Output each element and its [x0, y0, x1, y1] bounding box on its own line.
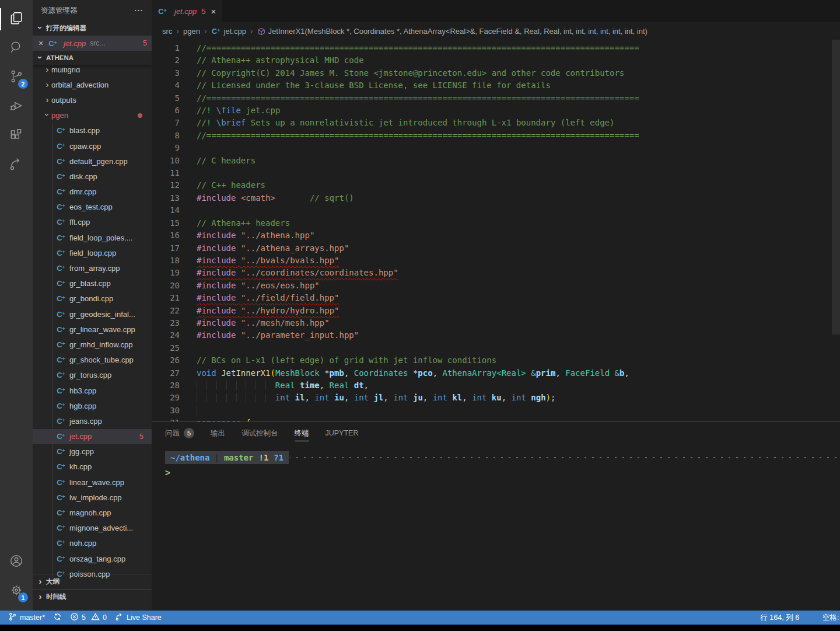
outline-section-header[interactable]: › 大纲 [33, 574, 152, 589]
line-number: 13 [152, 192, 180, 204]
prompt-separator: | [209, 453, 223, 462]
line-number: 8 [152, 130, 180, 142]
tree-item-label: lw_implode.cpp [69, 493, 122, 502]
tree-item-gr_geodesic_infal...[interactable]: C+gr_geodesic_infal... [33, 306, 152, 322]
tree-item-eos_test.cpp[interactable]: C+eos_test.cpp [33, 200, 152, 215]
code-line: 19#include "../coordinates/coordinates.h… [152, 267, 840, 279]
search-icon [9, 40, 24, 57]
tree-item-gr_blast.cpp[interactable]: C+gr_blast.cpp [33, 276, 152, 291]
statusbar-problems[interactable]: 5 0 [70, 611, 107, 625]
breadcrumb-src[interactable]: src [162, 27, 172, 36]
activity-extensions[interactable] [0, 121, 33, 151]
activity-explorer[interactable] [0, 5, 33, 34]
tree-item-label: default_pgen.cpp [69, 157, 128, 166]
code-line: 28 Real time, Real dt, [152, 379, 840, 392]
cpp-file-icon: C+ [56, 279, 66, 288]
code-line: 12// C++ headers [152, 179, 840, 191]
panel-tab-调试控制台[interactable]: 调试控制台 [242, 422, 278, 444]
tree-item-lw_implode.cpp[interactable]: C+lw_implode.cpp [33, 490, 152, 505]
tree-item-gr_torus.cpp[interactable]: C+gr_torus.cpp [33, 368, 152, 383]
activity-search[interactable] [0, 34, 33, 63]
tree-item-fft.cpp[interactable]: C+fft.cpp [33, 215, 152, 230]
tree-item-field_loop_poles....[interactable]: C+field_loop_poles.... [33, 230, 152, 245]
line-number: 26 [152, 354, 180, 367]
activity-source-control[interactable]: 2 [0, 63, 33, 92]
tree-item-gr_linear_wave.cpp[interactable]: C+gr_linear_wave.cpp [33, 322, 152, 337]
terminal[interactable]: ~/athena | master !1 ?1 > [152, 444, 840, 478]
chevron-down-icon: › [36, 24, 45, 32]
open-editor-item[interactable]: × C+ jet.cpp src... 5 [33, 36, 152, 51]
tree-item-label: jgg.cpp [69, 447, 94, 456]
chevron-right-icon: › [43, 95, 51, 104]
prompt-chip: ~/athena | master !1 ?1 [165, 451, 289, 464]
tree-item-gr_mhd_inflow.cpp[interactable]: C+gr_mhd_inflow.cpp [33, 337, 152, 352]
line-number: 12 [152, 179, 180, 191]
timeline-section-header[interactable]: › 时间线 [33, 589, 152, 604]
panel-tab-输出[interactable]: 输出 [211, 422, 225, 444]
statusbar-live-share[interactable]: Live Share [115, 611, 162, 625]
tree-item-outputs[interactable]: ›outputs [33, 92, 152, 107]
close-icon[interactable]: × [38, 39, 48, 48]
tree-item-multigrid[interactable]: ›multigrid [33, 68, 152, 77]
problem-count-badge: 5 [139, 433, 144, 441]
cpp-file-icon: C+ [56, 310, 66, 319]
close-icon[interactable]: × [211, 6, 216, 16]
statusbar-branch[interactable]: master* [8, 611, 45, 625]
sidebar-bottom-sections: › 大纲 › 时间线 [33, 574, 152, 604]
activity-live-share[interactable] [0, 151, 33, 180]
open-editors-header[interactable]: › 打开的编辑器 [33, 21, 152, 36]
tree-item-dmr.cpp[interactable]: C+dmr.cpp [33, 184, 152, 200]
tree-item-label: gr_linear_wave.cpp [69, 325, 135, 334]
tree-item-orszag_tang.cpp[interactable]: C+orszag_tang.cpp [33, 551, 152, 566]
tree-item-from_array.cpp[interactable]: C+from_array.cpp [33, 260, 152, 276]
file-tree: ›multigrid›orbital_advection›outputs›pge… [33, 68, 152, 580]
activity-settings[interactable]: 1 [0, 577, 33, 606]
breadcrumb-symbol[interactable]: JetInnerX1(MeshBlock *, Coordinates *, A… [268, 27, 648, 36]
line-number: 17 [152, 242, 180, 255]
tree-item-default_pgen.cpp[interactable]: C+default_pgen.cpp [33, 154, 152, 169]
tree-item-orbital_advection[interactable]: ›orbital_advection [33, 77, 152, 92]
chevron-right-icon: › [43, 80, 51, 89]
tree-item-hgb.cpp[interactable]: C+hgb.cpp [33, 398, 152, 413]
tree-item-disk.cpp[interactable]: C+disk.cpp [33, 169, 152, 184]
tree-item-jet.cpp[interactable]: C+jet.cpp5 [33, 429, 152, 444]
cpp-file-icon: C+ [56, 264, 66, 273]
tab-jet-cpp[interactable]: C+ jet.cpp 5 × [152, 0, 222, 22]
code-line: 11 [152, 167, 840, 179]
open-editor-desc: src... [90, 39, 105, 47]
tree-item-hb3.cpp[interactable]: C+hb3.cpp [33, 383, 152, 398]
panel-tab-JUPYTER[interactable]: JUPYTER [326, 422, 359, 444]
activity-run-debug[interactable] [0, 92, 33, 121]
statusbar-cursor-position[interactable]: 行 164, 列 6 [760, 611, 799, 625]
tree-item-kh.cpp[interactable]: C+kh.cpp [33, 459, 152, 475]
breadcrumb-file[interactable]: jet.cpp [224, 27, 246, 36]
tree-item-jgg.cpp[interactable]: C+jgg.cpp [33, 444, 152, 459]
tree-item-jeans.cpp[interactable]: C+jeans.cpp [33, 413, 152, 428]
breadcrumb-pgen[interactable]: pgen [183, 27, 200, 36]
code-line: 26// BCs on L-x1 (left edge) of grid wit… [152, 354, 840, 367]
tree-item-cpaw.cpp[interactable]: C+cpaw.cpp [33, 138, 152, 154]
more-actions-icon[interactable]: ··· [135, 6, 144, 15]
statusbar-sync[interactable] [53, 611, 62, 625]
tree-item-linear_wave.cpp[interactable]: C+linear_wave.cpp [33, 475, 152, 490]
cpp-file-icon: C+ [56, 340, 66, 349]
scm-badge: 2 [18, 79, 28, 89]
tree-item-gr_shock_tube.cpp[interactable]: C+gr_shock_tube.cpp [33, 353, 152, 368]
project-section-header[interactable]: › ATHENA [33, 51, 152, 65]
panel-tab-问题[interactable]: 问题5 [165, 422, 194, 444]
tree-item-mignone_advecti...[interactable]: C+mignone_advecti... [33, 521, 152, 536]
statusbar-indentation[interactable]: 空格: 2 [822, 611, 840, 625]
tree-item-gr_bondi.cpp[interactable]: C+gr_bondi.cpp [33, 291, 152, 306]
tree-item-magnoh.cpp[interactable]: C+magnoh.cpp [33, 505, 152, 520]
panel-tab-终端[interactable]: 终端 [295, 422, 309, 444]
tree-item-noh.cpp[interactable]: C+noh.cpp [33, 536, 152, 551]
tree-item-pgen[interactable]: ›pgen [33, 108, 152, 123]
tree-item-field_loop.cpp[interactable]: C+field_loop.cpp [33, 245, 152, 260]
line-number: 10 [152, 155, 180, 167]
code-line: 9 [152, 142, 840, 154]
activity-account[interactable] [0, 548, 33, 577]
tree-item-label: gr_shock_tube.cpp [69, 355, 134, 364]
tree-item-blast.cpp[interactable]: C+blast.cpp [33, 123, 152, 138]
editor-scrollbar[interactable] [832, 40, 840, 334]
chevron-right-icon: › [250, 26, 253, 36]
